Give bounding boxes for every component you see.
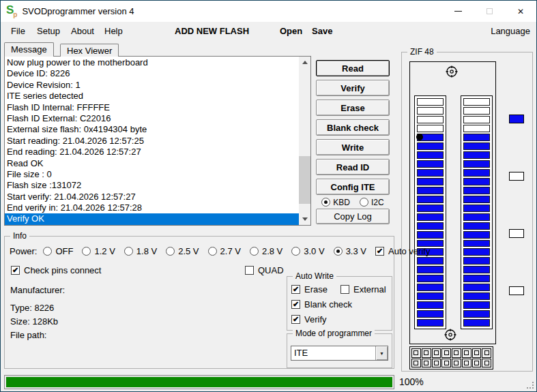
- log-line[interactable]: ITE series detected: [5, 91, 299, 102]
- zif-pin-slot: [463, 231, 490, 239]
- menu-file[interactable]: File: [11, 22, 25, 40]
- power-radio[interactable]: [166, 247, 175, 256]
- menu-setup[interactable]: Setup: [37, 22, 60, 40]
- zif-pin-slot: [463, 196, 490, 203]
- window-title: SVODprogrammer version 4: [22, 6, 134, 16]
- chevron-down-icon[interactable]: ▼: [375, 346, 388, 360]
- blank-check-checkbox[interactable]: ✔: [291, 300, 300, 309]
- auto-write-blank-check[interactable]: ✔ Blank check: [291, 299, 352, 310]
- check-pins-option[interactable]: ✔ Check pins connect: [11, 265, 101, 275]
- connector-pin: [482, 348, 491, 358]
- power-radio[interactable]: [208, 247, 217, 256]
- zif-pin-slot: [417, 231, 444, 239]
- log-line[interactable]: Read OK: [5, 158, 299, 169]
- message-log[interactable]: Now plug power to the motherboard Device…: [4, 56, 311, 226]
- power-radio[interactable]: [291, 247, 300, 256]
- power-option-off[interactable]: OFF: [43, 246, 73, 256]
- check-pins-checkbox[interactable]: ✔: [11, 266, 20, 275]
- zif-pin-slot: [417, 178, 444, 185]
- tab-message[interactable]: Message: [4, 42, 54, 57]
- tab-hex-viewer[interactable]: Hex Viewer: [60, 44, 119, 57]
- log-line[interactable]: Start reading: 21.04.2026 12:57:25: [5, 136, 299, 147]
- power-radio[interactable]: [124, 247, 133, 256]
- i2c-radio[interactable]: [360, 198, 368, 207]
- erase-button[interactable]: Erase: [316, 100, 390, 116]
- auto-verify-option[interactable]: ✔ Auto verify: [375, 246, 430, 256]
- scroll-up-icon: [302, 61, 308, 64]
- menu-save[interactable]: Save: [312, 22, 332, 40]
- scroll-down-button[interactable]: [299, 213, 310, 225]
- power-option-3.3v[interactable]: 3.3 V: [334, 246, 366, 256]
- log-line[interactable]: External size flash: 0x4194304 byte: [5, 124, 299, 135]
- power-option-1.8v[interactable]: 1.8 V: [124, 246, 157, 256]
- connector-pin: [422, 359, 431, 368]
- blank-check-button[interactable]: Blank check: [316, 119, 390, 136]
- verify-checkbox[interactable]: ✔: [291, 315, 300, 324]
- log-scrollbar[interactable]: [299, 57, 310, 225]
- kbd-option[interactable]: KBD: [321, 198, 350, 207]
- menu-open[interactable]: Open: [280, 22, 302, 40]
- log-line[interactable]: Device Revision: 1: [5, 80, 299, 91]
- auto-write-external[interactable]: External: [340, 284, 386, 295]
- config-ite-button[interactable]: Config ITE: [316, 179, 390, 195]
- log-line[interactable]: Start verify: 21.04.2026 12:57:27: [5, 192, 299, 202]
- log-line[interactable]: Flash size :131072: [5, 180, 299, 191]
- menu-bar: File Setup About Help ADD NEW FLASH Open…: [1, 22, 536, 40]
- menu-add-new-flash[interactable]: ADD NEW FLASH: [175, 22, 249, 40]
- scroll-up-button[interactable]: [299, 57, 310, 68]
- power-option-2.8v[interactable]: 2.8 V: [250, 246, 282, 256]
- progress-fill: [6, 377, 392, 387]
- external-checkbox[interactable]: [340, 285, 349, 294]
- menu-about[interactable]: About: [71, 22, 94, 40]
- zif-pin-slot: [463, 213, 490, 221]
- log-line[interactable]: Device ID: 8226: [5, 68, 299, 79]
- copy-log-button[interactable]: Copy Log: [316, 209, 390, 224]
- log-lines: Now plug power to the motherboard Device…: [5, 57, 299, 225]
- power-option-2.5v[interactable]: 2.5 V: [166, 246, 199, 256]
- read-id-button[interactable]: Read ID: [316, 159, 390, 175]
- read-button[interactable]: Read: [316, 60, 390, 76]
- power-radio[interactable]: [334, 247, 343, 256]
- zif-pin-slot: [417, 134, 444, 141]
- power-radio[interactable]: [43, 247, 52, 256]
- quad-checkbox[interactable]: [245, 266, 254, 275]
- log-line[interactable]: End reading: 21.04.2026 12:57:27: [5, 147, 299, 157]
- maximize-button[interactable]: [474, 1, 505, 22]
- power-option-3.0v[interactable]: 3.0 V: [291, 246, 324, 256]
- erase-checkbox[interactable]: ✔: [291, 285, 300, 294]
- menu-language[interactable]: Language: [491, 22, 530, 40]
- menu-help[interactable]: Help: [104, 22, 123, 40]
- auto-verify-checkbox[interactable]: ✔: [375, 247, 384, 256]
- power-radio[interactable]: [82, 247, 91, 256]
- zif-pin-slot: [417, 257, 444, 265]
- log-line[interactable]: End verify in: 21.04.2026 12:57:28: [5, 202, 299, 213]
- size-label: Size: 128Kb: [10, 316, 58, 327]
- kbd-radio[interactable]: [321, 198, 330, 207]
- power-option-2.7v[interactable]: 2.7 V: [208, 246, 241, 256]
- mode-select[interactable]: ITE ▼: [291, 346, 388, 361]
- connector-pin: [432, 359, 441, 368]
- zif-pin-slot: [417, 292, 444, 300]
- log-line[interactable]: Now plug power to the motherboard: [5, 57, 299, 68]
- zif-pin-slot: [417, 222, 444, 230]
- power-option-1.2v[interactable]: 1.2 V: [82, 246, 115, 256]
- log-line[interactable]: File size : 0: [5, 169, 299, 180]
- auto-write-erase[interactable]: ✔ Erase: [291, 284, 328, 295]
- zif-connector: [409, 346, 493, 370]
- zif-indicator: [509, 286, 524, 295]
- write-button[interactable]: Write: [316, 139, 390, 155]
- quad-option[interactable]: QUAD: [245, 265, 284, 275]
- log-line[interactable]: Flash ID External: C22016: [5, 113, 299, 124]
- power-radio[interactable]: [250, 247, 259, 256]
- log-line-selected[interactable]: Verify OK: [5, 213, 299, 224]
- scrollbar-thumb[interactable]: [299, 156, 310, 204]
- resize-grip[interactable]: [526, 381, 534, 389]
- log-line[interactable]: Flash ID Internal: FFFFFE: [5, 102, 299, 113]
- verify-button[interactable]: Verify: [316, 80, 390, 96]
- zif-pin-slot: [463, 275, 490, 282]
- i2c-option[interactable]: I2C: [360, 198, 384, 207]
- minimize-button[interactable]: [442, 1, 474, 22]
- zif-pin-slot: [463, 151, 490, 159]
- auto-write-verify[interactable]: ✔ Verify: [291, 314, 327, 325]
- close-button[interactable]: ✕: [505, 1, 536, 22]
